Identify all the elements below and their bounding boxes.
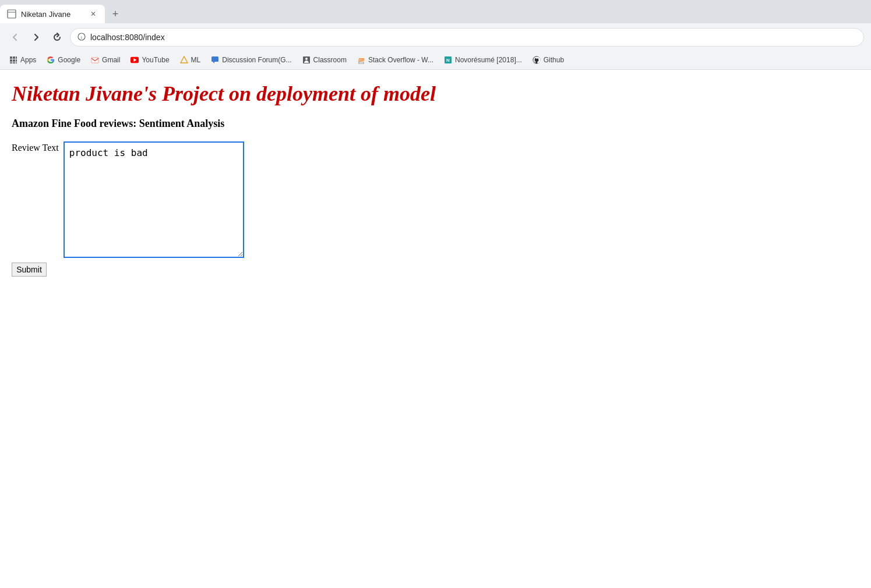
- bookmark-ml-label: ML: [191, 56, 201, 64]
- svg-point-20: [305, 58, 308, 60]
- youtube-icon: [131, 56, 139, 64]
- svg-rect-21: [358, 60, 364, 62]
- bookmark-ml[interactable]: ML: [175, 54, 206, 66]
- submit-button[interactable]: Submit: [12, 263, 47, 277]
- svg-marker-18: [213, 62, 214, 63]
- svg-rect-9: [16, 59, 17, 62]
- svg-text:N: N: [446, 58, 450, 63]
- bookmark-youtube-label: YouTube: [142, 56, 169, 64]
- reload-button[interactable]: [49, 29, 65, 45]
- bookmark-classroom-label: Classroom: [313, 56, 347, 64]
- bookmark-github-label: Github: [544, 56, 564, 64]
- secure-icon: i: [77, 33, 86, 42]
- bookmark-discussion[interactable]: Discussion Forum(G...: [206, 54, 296, 66]
- bookmarks-bar: Apps Google Gmail: [0, 51, 871, 70]
- bookmark-apps[interactable]: Apps: [5, 54, 41, 66]
- bookmark-discussion-label: Discussion Forum(G...: [222, 56, 291, 64]
- svg-rect-17: [211, 56, 218, 62]
- navigation-bar: i localhost:8080/index: [0, 23, 871, 51]
- svg-rect-22: [358, 59, 364, 60]
- svg-rect-13: [91, 58, 98, 63]
- apps-icon: [9, 56, 17, 64]
- url-display: localhost:8080/index: [90, 33, 165, 42]
- svg-rect-10: [10, 62, 12, 63]
- svg-rect-12: [16, 62, 17, 63]
- bookmark-gmail-label: Gmail: [102, 56, 120, 64]
- tab-title: Niketan Jivane: [21, 10, 84, 19]
- forward-button[interactable]: [28, 29, 44, 45]
- bookmark-novoResume[interactable]: N Novorésumé [2018]...: [439, 54, 527, 66]
- google-icon: [47, 56, 55, 64]
- back-button[interactable]: [7, 29, 23, 45]
- page-content: Niketan Jivane's Project on deployment o…: [0, 70, 871, 588]
- svg-rect-7: [10, 59, 12, 62]
- svg-rect-0: [8, 10, 16, 18]
- bookmark-apps-label: Apps: [20, 56, 36, 64]
- svg-rect-5: [13, 56, 15, 59]
- sentiment-form: Review Text product is bad Submit: [12, 141, 859, 277]
- svg-rect-8: [13, 59, 15, 62]
- svg-rect-4: [10, 56, 12, 59]
- page-heading: Niketan Jivane's Project on deployment o…: [12, 82, 859, 106]
- gmail-icon: [91, 56, 99, 64]
- bookmark-youtube[interactable]: YouTube: [126, 54, 174, 66]
- tab-page-icon: [7, 9, 16, 19]
- new-tab-button[interactable]: +: [107, 6, 124, 22]
- svg-rect-25: [359, 62, 363, 63]
- bookmark-novoResume-label: Novorésumé [2018]...: [455, 56, 522, 64]
- bookmark-stackoverflow-label: Stack Overflow - W...: [368, 56, 433, 64]
- svg-marker-16: [181, 56, 188, 63]
- novoResume-icon: N: [444, 56, 452, 64]
- address-bar[interactable]: i localhost:8080/index: [70, 28, 864, 47]
- svg-text:i: i: [81, 35, 82, 40]
- svg-rect-6: [16, 56, 17, 59]
- bookmark-stackoverflow[interactable]: Stack Overflow - W...: [352, 54, 438, 66]
- classroom-icon: [302, 56, 311, 64]
- svg-rect-23: [359, 58, 364, 59]
- active-tab[interactable]: Niketan Jivane ✕: [0, 5, 105, 23]
- bookmark-classroom[interactable]: Classroom: [298, 54, 351, 66]
- review-row: Review Text product is bad: [12, 141, 859, 258]
- discussion-icon: [211, 56, 219, 64]
- bookmark-google[interactable]: Google: [42, 54, 85, 66]
- bookmark-gmail[interactable]: Gmail: [86, 54, 125, 66]
- page-subheading: Amazon Fine Food reviews: Sentiment Anal…: [12, 118, 859, 130]
- stackoverflow-icon: [357, 56, 365, 64]
- tab-bar: Niketan Jivane ✕ +: [0, 0, 871, 23]
- tab-close-button[interactable]: ✕: [89, 9, 98, 19]
- review-label: Review Text: [12, 141, 59, 153]
- bookmark-github[interactable]: Github: [528, 54, 569, 66]
- svg-rect-11: [13, 62, 15, 63]
- bookmark-google-label: Google: [58, 56, 80, 64]
- review-textarea[interactable]: product is bad: [64, 141, 244, 258]
- ml-icon: [180, 56, 188, 64]
- github-icon: [533, 56, 541, 64]
